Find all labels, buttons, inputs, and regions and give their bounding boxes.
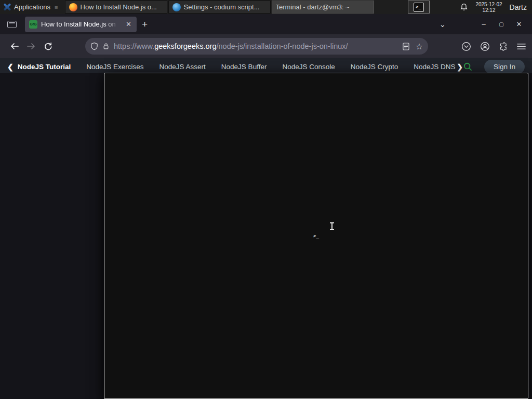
codium-icon bbox=[172, 3, 181, 11]
url-protocol: https://www. bbox=[114, 42, 154, 50]
search-icon[interactable] bbox=[463, 62, 473, 72]
menu-grip-icon: ≡ bbox=[55, 4, 58, 10]
forward-button[interactable] bbox=[23, 38, 39, 55]
url-text[interactable]: https://www.geeksforgeeks.org/node-js/in… bbox=[114, 42, 398, 50]
taskbar-button[interactable]: Settings - codium script... bbox=[168, 1, 271, 14]
tracking-shield-icon[interactable] bbox=[90, 42, 98, 50]
browser-minimize-button[interactable]: – bbox=[475, 20, 493, 28]
reload-button[interactable] bbox=[39, 38, 56, 55]
site-nav-link[interactable]: NodeJS DNS bbox=[414, 63, 455, 71]
panel-username[interactable]: Dartz bbox=[510, 3, 527, 11]
clock-date: 2025-12-02 bbox=[475, 2, 502, 7]
urlbar-page-actions: ☆ bbox=[403, 42, 423, 51]
notification-bell-icon[interactable] bbox=[460, 3, 468, 11]
mouse-cursor bbox=[329, 222, 335, 231]
taskbar-button[interactable]: >_Terminal - dartz@vm3: ~ bbox=[272, 1, 374, 14]
firefox-icon bbox=[69, 3, 77, 11]
browser-tab-bar: GfG How to Install Node.js on ✕ + ⌄ – ▢ … bbox=[0, 14, 532, 34]
url-bar[interactable]: https://www.geeksforgeeks.org/node-js/in… bbox=[85, 38, 428, 55]
nav-scroll-right-icon[interactable]: ❯ bbox=[457, 63, 463, 71]
terminal-tray-icon: >_ bbox=[414, 3, 424, 12]
browser-tab-active[interactable]: GfG How to Install Node.js on ✕ bbox=[25, 17, 137, 32]
site-nav-link[interactable]: NodeJS Assert bbox=[159, 63, 206, 71]
site-nav-right: Sign In bbox=[463, 60, 525, 74]
taskbar-button[interactable]: How to Install Node.js o... bbox=[65, 1, 167, 14]
sign-in-button[interactable]: Sign In bbox=[484, 60, 525, 74]
bookmark-star-icon[interactable]: ☆ bbox=[416, 42, 423, 51]
reader-mode-icon[interactable] bbox=[403, 43, 409, 50]
tab-title: How to Install Node.js on bbox=[41, 20, 121, 28]
top-panel: Applications ≡ How to Install Node.js o.… bbox=[0, 0, 532, 14]
site-nav-link[interactable]: NodeJS Crypto bbox=[351, 63, 398, 71]
toolbar-right-icons bbox=[452, 42, 526, 51]
firefox-view-icon bbox=[7, 21, 17, 28]
tabbar-right-controls: ⌄ – ▢ ✕ bbox=[439, 20, 528, 29]
site-nav-link[interactable]: NodeJS Exercises bbox=[86, 63, 143, 71]
tab-close-icon[interactable]: ✕ bbox=[125, 20, 132, 28]
forward-arrow-icon bbox=[26, 42, 36, 50]
pocket-save-icon[interactable] bbox=[461, 42, 471, 51]
taskbar-button-label: Terminal - dartz@vm3: ~ bbox=[276, 3, 350, 11]
site-nav-link[interactable]: NodeJS Buffer bbox=[221, 63, 267, 71]
distro-logo-icon bbox=[3, 3, 11, 11]
reload-icon bbox=[44, 42, 52, 51]
applications-label: Applications bbox=[14, 3, 50, 11]
browser-toolbar: https://www.geeksforgeeks.org/node-js/in… bbox=[0, 34, 532, 58]
panel-status-area: 2025-12-02 12:12 Dartz bbox=[460, 2, 532, 13]
panel-clock[interactable]: 2025-12-02 12:12 bbox=[475, 2, 502, 13]
lock-icon[interactable] bbox=[102, 42, 110, 50]
desktop: Applications ≡ How to Install Node.js o.… bbox=[0, 0, 532, 399]
account-icon[interactable] bbox=[480, 42, 490, 51]
geeksforgeeks-favicon: GfG bbox=[29, 20, 37, 29]
url-path: /node-js/installation-of-node-js-on-linu… bbox=[216, 42, 348, 50]
back-button[interactable] bbox=[6, 38, 23, 55]
hamburger-menu-icon[interactable] bbox=[517, 43, 526, 50]
taskbar-button-label: How to Install Node.js o... bbox=[81, 3, 157, 11]
back-arrow-icon bbox=[10, 42, 19, 50]
window-taskbar: How to Install Node.js o...Settings - co… bbox=[64, 0, 375, 14]
firefox-view-button[interactable] bbox=[4, 18, 20, 31]
browser-maximize-button[interactable]: ▢ bbox=[493, 21, 510, 27]
url-domain: geeksforgeeks.org bbox=[154, 42, 216, 50]
site-nav-link[interactable]: NodeJS Tutorial bbox=[18, 63, 71, 71]
applications-menu-button[interactable]: Applications ≡ bbox=[0, 0, 62, 14]
site-nav-link[interactable]: NodeJS Console bbox=[282, 63, 335, 71]
nav-scroll-left-icon[interactable]: ❮ bbox=[7, 63, 14, 71]
clock-time: 12:12 bbox=[475, 7, 502, 13]
list-all-tabs-icon[interactable]: ⌄ bbox=[439, 20, 446, 29]
new-tab-button[interactable]: + bbox=[137, 19, 153, 30]
tray-terminal-item[interactable]: >_ bbox=[408, 1, 430, 14]
browser-close-button[interactable]: ✕ bbox=[510, 20, 528, 28]
taskbar-button-label: Settings - codium script... bbox=[184, 3, 260, 11]
extensions-puzzle-icon[interactable] bbox=[499, 42, 508, 51]
site-nav-links: NodeJS TutorialNodeJS ExercisesNodeJS As… bbox=[18, 63, 470, 71]
